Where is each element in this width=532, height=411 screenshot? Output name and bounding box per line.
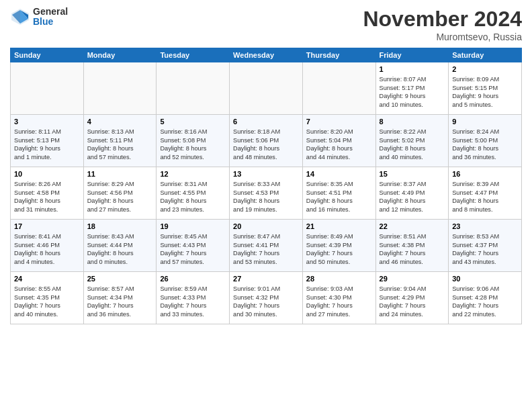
- calendar-day-header: Monday: [83, 48, 157, 62]
- day-number: 30: [452, 274, 518, 284]
- day-info: Sunrise: 8:18 AM Sunset: 5:06 PM Dayligh…: [233, 128, 280, 161]
- location: Muromtsevo, Russia: [363, 32, 522, 42]
- calendar-cell: 7Sunrise: 8:20 AM Sunset: 5:04 PM Daylig…: [302, 115, 375, 167]
- day-number: 2: [452, 64, 518, 75]
- day-info: Sunrise: 8:33 AM Sunset: 4:53 PM Dayligh…: [233, 181, 280, 213]
- day-number: 28: [306, 274, 372, 284]
- day-number: 9: [452, 117, 518, 127]
- day-number: 4: [87, 117, 153, 127]
- calendar-day-header: Saturday: [449, 48, 522, 62]
- day-info: Sunrise: 8:37 AM Sunset: 4:49 PM Dayligh…: [380, 181, 427, 213]
- calendar-cell: 20Sunrise: 8:47 AM Sunset: 4:41 PM Dayli…: [230, 220, 303, 272]
- day-number: 8: [380, 117, 445, 127]
- day-info: Sunrise: 8:45 AM Sunset: 4:43 PM Dayligh…: [160, 233, 207, 265]
- day-info: Sunrise: 9:06 AM Sunset: 4:28 PM Dayligh…: [452, 285, 499, 318]
- calendar-cell: [302, 62, 375, 115]
- calendar-cell: 28Sunrise: 9:03 AM Sunset: 4:30 PM Dayli…: [302, 272, 375, 324]
- calendar-cell: 4Sunrise: 8:13 AM Sunset: 5:11 PM Daylig…: [83, 115, 157, 167]
- page-header: General Blue November 2024 Muromtsevo, R…: [10, 7, 522, 42]
- day-info: Sunrise: 8:35 AM Sunset: 4:51 PM Dayligh…: [306, 181, 353, 213]
- day-number: 14: [306, 169, 372, 179]
- calendar-cell: 1Sunrise: 8:07 AM Sunset: 5:17 PM Daylig…: [375, 62, 449, 115]
- calendar-week-row: 3Sunrise: 8:11 AM Sunset: 5:13 PM Daylig…: [11, 115, 522, 167]
- day-info: Sunrise: 8:41 AM Sunset: 4:46 PM Dayligh…: [14, 233, 61, 265]
- calendar-cell: 29Sunrise: 9:04 AM Sunset: 4:29 PM Dayli…: [375, 272, 449, 324]
- day-number: 6: [233, 117, 299, 127]
- day-number: 19: [160, 222, 226, 232]
- day-number: 22: [380, 222, 445, 232]
- calendar-cell: 8Sunrise: 8:22 AM Sunset: 5:02 PM Daylig…: [375, 115, 449, 167]
- day-number: 1: [380, 64, 445, 75]
- day-info: Sunrise: 8:09 AM Sunset: 5:15 PM Dayligh…: [452, 76, 499, 108]
- day-info: Sunrise: 8:49 AM Sunset: 4:39 PM Dayligh…: [306, 233, 353, 265]
- logo-icon: [10, 7, 30, 27]
- day-info: Sunrise: 8:26 AM Sunset: 4:58 PM Dayligh…: [14, 181, 61, 213]
- day-info: Sunrise: 8:29 AM Sunset: 4:56 PM Dayligh…: [87, 181, 134, 213]
- day-number: 16: [452, 169, 518, 179]
- day-info: Sunrise: 8:39 AM Sunset: 4:47 PM Dayligh…: [452, 181, 499, 213]
- calendar-cell: 26Sunrise: 8:59 AM Sunset: 4:33 PM Dayli…: [157, 272, 230, 324]
- logo-general-text: General: [33, 7, 68, 17]
- calendar-cell: [11, 62, 84, 115]
- calendar-cell: 12Sunrise: 8:31 AM Sunset: 4:55 PM Dayli…: [157, 167, 230, 220]
- calendar-cell: 27Sunrise: 9:01 AM Sunset: 4:32 PM Dayli…: [230, 272, 303, 324]
- calendar-day-header: Tuesday: [157, 48, 230, 62]
- day-info: Sunrise: 8:53 AM Sunset: 4:37 PM Dayligh…: [452, 233, 499, 265]
- calendar-day-header: Sunday: [11, 48, 84, 62]
- calendar-table: SundayMondayTuesdayWednesdayThursdayFrid…: [10, 48, 522, 324]
- calendar-cell: 30Sunrise: 9:06 AM Sunset: 4:28 PM Dayli…: [449, 272, 522, 324]
- day-info: Sunrise: 9:04 AM Sunset: 4:29 PM Dayligh…: [380, 285, 427, 318]
- calendar-week-row: 10Sunrise: 8:26 AM Sunset: 4:58 PM Dayli…: [11, 167, 522, 220]
- calendar-cell: 11Sunrise: 8:29 AM Sunset: 4:56 PM Dayli…: [83, 167, 157, 220]
- calendar-cell: 15Sunrise: 8:37 AM Sunset: 4:49 PM Dayli…: [375, 167, 449, 220]
- day-info: Sunrise: 8:57 AM Sunset: 4:34 PM Dayligh…: [87, 285, 134, 318]
- calendar-cell: 18Sunrise: 8:43 AM Sunset: 4:44 PM Dayli…: [83, 220, 157, 272]
- calendar-week-row: 17Sunrise: 8:41 AM Sunset: 4:46 PM Dayli…: [11, 220, 522, 272]
- calendar-cell: 5Sunrise: 8:16 AM Sunset: 5:08 PM Daylig…: [157, 115, 230, 167]
- day-number: 10: [14, 169, 80, 179]
- day-number: 20: [233, 222, 299, 232]
- day-number: 7: [306, 117, 372, 127]
- day-number: 12: [160, 169, 226, 179]
- day-info: Sunrise: 9:01 AM Sunset: 4:32 PM Dayligh…: [233, 285, 280, 318]
- calendar-week-row: 1Sunrise: 8:07 AM Sunset: 5:17 PM Daylig…: [11, 62, 522, 115]
- logo-blue-text: Blue: [33, 17, 68, 27]
- day-info: Sunrise: 9:03 AM Sunset: 4:30 PM Dayligh…: [306, 285, 353, 318]
- calendar-cell: 19Sunrise: 8:45 AM Sunset: 4:43 PM Dayli…: [157, 220, 230, 272]
- day-number: 23: [452, 222, 518, 232]
- day-info: Sunrise: 8:13 AM Sunset: 5:11 PM Dayligh…: [87, 128, 134, 161]
- calendar-cell: 21Sunrise: 8:49 AM Sunset: 4:39 PM Dayli…: [302, 220, 375, 272]
- logo-text: General Blue: [33, 7, 68, 28]
- calendar-day-header: Friday: [375, 48, 449, 62]
- day-number: 29: [380, 274, 445, 284]
- day-number: 13: [233, 169, 299, 179]
- day-number: 24: [14, 274, 80, 284]
- calendar-week-row: 24Sunrise: 8:55 AM Sunset: 4:35 PM Dayli…: [11, 272, 522, 324]
- day-number: 3: [14, 117, 80, 127]
- day-number: 15: [380, 169, 445, 179]
- day-number: 17: [14, 222, 80, 232]
- day-number: 21: [306, 222, 372, 232]
- day-info: Sunrise: 8:55 AM Sunset: 4:35 PM Dayligh…: [14, 285, 61, 318]
- calendar-cell: [83, 62, 157, 115]
- calendar-cell: 24Sunrise: 8:55 AM Sunset: 4:35 PM Dayli…: [11, 272, 84, 324]
- calendar-cell: 6Sunrise: 8:18 AM Sunset: 5:06 PM Daylig…: [230, 115, 303, 167]
- calendar-day-header: Thursday: [302, 48, 375, 62]
- day-number: 27: [233, 274, 299, 284]
- day-info: Sunrise: 8:07 AM Sunset: 5:17 PM Dayligh…: [380, 76, 427, 108]
- logo: General Blue: [10, 7, 68, 28]
- day-number: 18: [87, 222, 153, 232]
- calendar-cell: 16Sunrise: 8:39 AM Sunset: 4:47 PM Dayli…: [449, 167, 522, 220]
- day-info: Sunrise: 8:59 AM Sunset: 4:33 PM Dayligh…: [160, 285, 207, 318]
- day-info: Sunrise: 8:47 AM Sunset: 4:41 PM Dayligh…: [233, 233, 280, 265]
- day-info: Sunrise: 8:16 AM Sunset: 5:08 PM Dayligh…: [160, 128, 207, 161]
- calendar-header-row: SundayMondayTuesdayWednesdayThursdayFrid…: [11, 48, 522, 62]
- calendar-cell: 22Sunrise: 8:51 AM Sunset: 4:38 PM Dayli…: [375, 220, 449, 272]
- calendar-cell: 3Sunrise: 8:11 AM Sunset: 5:13 PM Daylig…: [11, 115, 84, 167]
- day-number: 25: [87, 274, 153, 284]
- day-info: Sunrise: 8:31 AM Sunset: 4:55 PM Dayligh…: [160, 181, 207, 213]
- day-info: Sunrise: 8:11 AM Sunset: 5:13 PM Dayligh…: [14, 128, 61, 161]
- title-block: November 2024 Muromtsevo, Russia: [363, 7, 522, 42]
- month-title: November 2024: [363, 7, 522, 32]
- day-number: 11: [87, 169, 153, 179]
